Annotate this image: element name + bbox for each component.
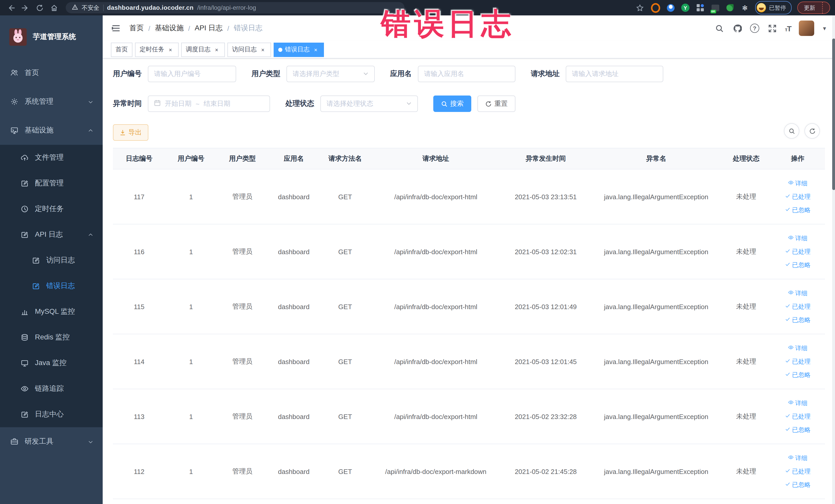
date-separator: ~ xyxy=(196,100,200,107)
action-已忽略[interactable]: 已忽略 xyxy=(785,425,811,434)
github-icon[interactable] xyxy=(732,23,742,33)
action-已忽略[interactable]: 已忽略 xyxy=(785,370,811,379)
search-button[interactable]: 搜索 xyxy=(433,96,471,112)
sidebar-item-Java-监控[interactable]: Java 监控 xyxy=(0,350,103,376)
tab-首页[interactable]: 首页 xyxy=(111,42,133,57)
sidebar-item-配置管理[interactable]: 配置管理 xyxy=(0,170,103,196)
home-button-icon[interactable] xyxy=(48,2,60,13)
action-详细[interactable]: 详细 xyxy=(788,399,808,407)
scrollbar-thumb[interactable] xyxy=(832,39,835,190)
exception-time-range-input[interactable]: 开始日期 ~ 结束日期 xyxy=(148,96,270,112)
forward-icon[interactable] xyxy=(20,2,31,13)
tab-label: 定时任务 xyxy=(140,45,164,54)
request-url-input[interactable]: 请输入请求地址 xyxy=(566,66,663,82)
sidebar-item-文件管理[interactable]: 文件管理 xyxy=(0,145,103,170)
table-cell: GET xyxy=(320,224,371,279)
table-cell: 管理员 xyxy=(217,389,268,444)
back-icon[interactable] xyxy=(5,2,16,13)
app-name-input[interactable]: 请输入应用名 xyxy=(418,66,515,82)
user-avatar[interactable] xyxy=(799,21,814,36)
fullscreen-icon[interactable] xyxy=(767,23,777,33)
refresh-table-icon[interactable] xyxy=(805,123,820,139)
action-详细[interactable]: 详细 xyxy=(788,234,808,243)
action-详细[interactable]: 详细 xyxy=(788,454,808,462)
sidebar-item-链路追踪[interactable]: 链路追踪 xyxy=(0,376,103,402)
bookmark-star-icon[interactable] xyxy=(634,2,645,13)
action-已处理[interactable]: 已处理 xyxy=(785,412,811,421)
toolbar-row: 导出 xyxy=(113,124,825,141)
address-bar[interactable]: 不安全 dashboard.yudao.iocoder.cn/infra/log… xyxy=(66,2,405,13)
url-host: dashboard.yudao.iocoder.cn xyxy=(107,4,194,11)
sidebar-item-定时任务[interactable]: 定时任务 xyxy=(0,196,103,222)
sidebar-item-错误日志[interactable]: 错误日志 xyxy=(0,273,103,299)
sidebar-item-日志中心[interactable]: 日志中心 xyxy=(0,402,103,427)
sidebar-item-研发工具[interactable]: 研发工具 xyxy=(0,427,103,456)
table-cell: 114 xyxy=(113,334,165,389)
toggle-search-icon[interactable] xyxy=(784,123,799,139)
action-已忽略[interactable]: 已忽略 xyxy=(785,261,811,269)
browser-update-button[interactable]: 更新 ⋮⋮ xyxy=(797,2,830,14)
sidebar-item-Redis-监控[interactable]: Redis 监控 xyxy=(0,324,103,350)
logo[interactable]: 芋道管理系统 xyxy=(0,15,103,59)
request-url-label: 请求地址 xyxy=(531,69,559,79)
sidebar-item-基础设施[interactable]: 基础设施 xyxy=(0,116,103,145)
sidebar-item-API-日志[interactable]: API 日志 xyxy=(0,222,103,247)
action-详细[interactable]: 详细 xyxy=(788,179,808,188)
action-已忽略[interactable]: 已忽略 xyxy=(785,316,811,324)
caret-down-icon[interactable]: ▼ xyxy=(822,25,827,31)
sidebar-item-首页[interactable]: 首页 xyxy=(0,59,103,87)
action-已忽略[interactable]: 已忽略 xyxy=(785,480,811,489)
screen: 不安全 dashboard.yudao.iocoder.cn/infra/log… xyxy=(0,0,835,504)
tab-close-icon[interactable]: × xyxy=(312,46,319,53)
action-详细[interactable]: 详细 xyxy=(788,344,808,352)
extension-flower-icon[interactable]: ✻ xyxy=(740,3,750,12)
tab-close-icon[interactable]: × xyxy=(167,46,174,53)
tab-close-icon[interactable]: × xyxy=(213,46,220,53)
extension-on-icon[interactable]: on xyxy=(711,3,720,12)
action-已处理[interactable]: 已处理 xyxy=(785,302,811,311)
action-详细[interactable]: 详细 xyxy=(788,289,808,298)
extension-grid-icon[interactable] xyxy=(696,3,705,12)
action-已处理[interactable]: 已处理 xyxy=(785,467,811,476)
sidebar-item-MySQL-监控[interactable]: MySQL 监控 xyxy=(0,299,103,324)
sidebar-item-label: 定时任务 xyxy=(35,204,64,214)
action-已处理[interactable]: 已处理 xyxy=(785,357,811,366)
user-type-select[interactable]: 请选择用户类型 xyxy=(286,66,375,82)
sidebar-item-访问日志[interactable]: 访问日志 xyxy=(0,247,103,273)
reset-button[interactable]: 重置 xyxy=(477,96,515,112)
search-icon[interactable] xyxy=(714,23,725,33)
url-path: /infra/log/api-error-log xyxy=(197,4,256,11)
table-cell: 2021-05-02 21:45:28 xyxy=(501,444,591,499)
table-cell-actions: 详细已处理已忽略 xyxy=(771,444,825,499)
user-id-label: 用户编号 xyxy=(113,69,142,79)
process-status-select[interactable]: 请选择处理状态 xyxy=(320,96,418,112)
action-已忽略[interactable]: 已忽略 xyxy=(785,206,811,215)
extension-shield-icon[interactable] xyxy=(666,3,675,12)
extension-ring-icon[interactable] xyxy=(651,3,660,12)
tab-访问日志[interactable]: 访问日志× xyxy=(227,42,271,57)
sidebar-item-系统管理[interactable]: 系统管理 xyxy=(0,87,103,116)
breadcrumb-home[interactable]: 首页 xyxy=(129,24,144,33)
tab-错误日志[interactable]: 错误日志× xyxy=(273,42,324,57)
extension-leaf-icon[interactable] xyxy=(726,3,735,12)
table-cell-actions: 详细已处理已忽略 xyxy=(771,334,825,389)
font-size-icon[interactable]: тT xyxy=(785,24,791,33)
browser-profile-chip[interactable]: 已暂停 xyxy=(755,1,792,14)
browser-menu-icon[interactable]: ⋮⋮ xyxy=(819,2,826,14)
breadcrumb-api-log[interactable]: API 日志 xyxy=(195,24,223,33)
table-cell: 管理员 xyxy=(217,279,268,334)
table-cell: 1 xyxy=(165,224,217,279)
action-已处理[interactable]: 已处理 xyxy=(785,247,811,256)
export-button[interactable]: 导出 xyxy=(113,124,148,141)
help-icon[interactable]: ? xyxy=(750,24,759,33)
action-已处理[interactable]: 已处理 xyxy=(785,192,811,201)
tab-定时任务[interactable]: 定时任务× xyxy=(135,42,179,57)
tab-调度日志[interactable]: 调度日志× xyxy=(181,42,225,57)
hamburger-icon[interactable] xyxy=(111,23,121,33)
user-id-input[interactable]: 请输入用户编号 xyxy=(148,66,236,82)
extension-y-icon[interactable]: Y xyxy=(681,3,690,12)
reload-icon[interactable] xyxy=(34,2,45,13)
tab-close-icon[interactable]: × xyxy=(259,46,266,53)
breadcrumb-infra[interactable]: 基础设施 xyxy=(155,24,184,33)
table-cell-actions: 详细已处理已忽略 xyxy=(771,389,825,444)
